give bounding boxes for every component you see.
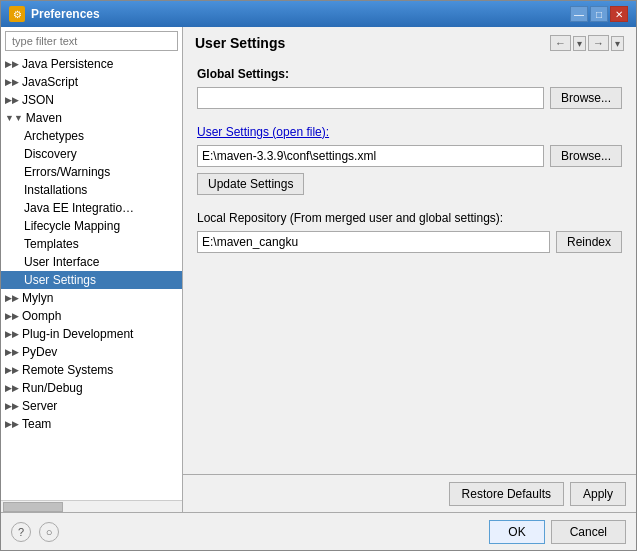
tree-item-label-team: Team [22,417,51,431]
global-settings-row: Browse... [197,87,622,109]
right-panel: User Settings ← ▾ → ▾ Global Settings: B… [183,27,636,512]
nav-forward-button[interactable]: → [588,35,609,51]
hscroll-thumb[interactable] [3,502,63,512]
local-repo-input[interactable] [197,231,550,253]
tree-item-label-discovery: Discovery [24,147,77,161]
tree-item-pydev[interactable]: ▶PyDev [1,343,182,361]
tree-item-label-maven: Maven [26,111,62,125]
preferences-window: ⚙ Preferences — □ ✕ ▶Java Persistence▶Ja… [0,0,637,551]
nav-back-button[interactable]: ← [550,35,571,51]
tree-item-label-remote-systems: Remote Systems [22,363,113,377]
local-repo-label: Local Repository (From merged user and g… [197,211,622,225]
server-arrow-icon: ▶ [5,401,19,411]
tree-item-mylyn[interactable]: ▶Mylyn [1,289,182,307]
global-settings-label: Global Settings: [197,67,622,81]
nav-arrows: ← ▾ → ▾ [550,35,624,51]
java-persistence-arrow-icon: ▶ [5,59,19,69]
run-debug-arrow-icon: ▶ [5,383,19,393]
tree-item-team[interactable]: ▶Team [1,415,182,433]
user-settings-input[interactable] [197,145,544,167]
left-panel: ▶Java Persistence▶JavaScript▶JSON▼Maven … [1,27,183,512]
user-browse-button[interactable]: Browse... [550,145,622,167]
mylyn-arrow-icon: ▶ [5,293,19,303]
tree-item-label-errors-warnings: Errors/Warnings [24,165,110,179]
tree-item-label-java-persistence: Java Persistence [22,57,113,71]
main-content: ▶Java Persistence▶JavaScript▶JSON▼Maven … [1,27,636,512]
cancel-button[interactable]: Cancel [551,520,626,544]
tree-item-label-java-ee-integration: Java EE Integratio… [24,201,134,215]
oomph-arrow-icon: ▶ [5,311,19,321]
global-settings-section: Global Settings: Browse... [197,67,622,109]
tree-item-templates[interactable]: Templates [1,235,182,253]
tree-item-user-interface[interactable]: User Interface [1,253,182,271]
tree-item-label-installations: Installations [24,183,87,197]
help-button[interactable]: ? [11,522,31,542]
tree-item-remote-systems[interactable]: ▶Remote Systems [1,361,182,379]
user-settings-label: User Settings (open file): [197,125,622,139]
settings-bottom-bar: Restore Defaults Apply [183,474,636,512]
pydev-arrow-icon: ▶ [5,347,19,357]
info-icon: ○ [46,526,53,538]
title-bar: ⚙ Preferences — □ ✕ [1,1,636,27]
local-repo-row: Reindex [197,231,622,253]
team-arrow-icon: ▶ [5,419,19,429]
tree-item-server[interactable]: ▶Server [1,397,182,415]
tree-container: ▶Java Persistence▶JavaScript▶JSON▼Maven … [1,55,182,500]
maximize-button[interactable]: □ [590,6,608,22]
window-icon: ⚙ [9,6,25,22]
tree-item-label-run-debug: Run/Debug [22,381,83,395]
javascript-arrow-icon: ▶ [5,77,19,87]
tree-item-oomph[interactable]: ▶Oomph [1,307,182,325]
window-title: Preferences [31,7,100,21]
tree-item-label-json: JSON [22,93,54,107]
local-repo-section: Local Repository (From merged user and g… [197,211,622,253]
tree-item-lifecycle-mapping[interactable]: Lifecycle Mapping [1,217,182,235]
horizontal-scrollbar[interactable] [1,500,182,512]
tree-item-javascript[interactable]: ▶JavaScript [1,73,182,91]
tree-item-discovery[interactable]: Discovery [1,145,182,163]
tree-item-archetypes[interactable]: Archetypes [1,127,182,145]
update-settings-button[interactable]: Update Settings [197,173,304,195]
tree-item-java-persistence[interactable]: ▶Java Persistence [1,55,182,73]
tree-item-errors-warnings[interactable]: Errors/Warnings [1,163,182,181]
remote-systems-arrow-icon: ▶ [5,365,19,375]
tree-item-run-debug[interactable]: ▶Run/Debug [1,379,182,397]
global-browse-button[interactable]: Browse... [550,87,622,109]
tree-item-label-archetypes: Archetypes [24,129,84,143]
tree-item-maven[interactable]: ▼Maven [1,109,182,127]
tree-item-label-templates: Templates [24,237,79,251]
close-button[interactable]: ✕ [610,6,628,22]
minimize-button[interactable]: — [570,6,588,22]
tree-item-plug-in-development[interactable]: ▶Plug-in Development [1,325,182,343]
tree-item-user-settings[interactable]: User Settings [1,271,182,289]
user-settings-section: User Settings (open file): Browse... Upd… [197,125,622,195]
footer-left: ? ○ [11,522,59,542]
ok-button[interactable]: OK [489,520,544,544]
right-header: User Settings ← ▾ → ▾ [183,27,636,57]
nav-forward-dropdown[interactable]: ▾ [611,36,624,51]
json-arrow-icon: ▶ [5,95,19,105]
footer-right: OK Cancel [489,520,626,544]
info-button[interactable]: ○ [39,522,59,542]
global-settings-input[interactable] [197,87,544,109]
reindex-button[interactable]: Reindex [556,231,622,253]
open-file-link[interactable]: open file [276,125,321,139]
panel-title: User Settings [195,35,285,51]
footer: ? ○ OK Cancel [1,512,636,550]
filter-input[interactable] [5,31,178,51]
tree-item-installations[interactable]: Installations [1,181,182,199]
tree-item-label-user-interface: User Interface [24,255,99,269]
tree-item-java-ee-integration[interactable]: Java EE Integratio… [1,199,182,217]
tree-item-label-oomph: Oomph [22,309,61,323]
nav-back-dropdown[interactable]: ▾ [573,36,586,51]
restore-defaults-button[interactable]: Restore Defaults [449,482,564,506]
right-content: Global Settings: Browse... User Settings… [183,57,636,474]
tree-item-label-server: Server [22,399,57,413]
tree-item-label-plug-in-development: Plug-in Development [22,327,133,341]
tree-item-label-pydev: PyDev [22,345,57,359]
tree-item-label-user-settings: User Settings [24,273,96,287]
plug-in-development-arrow-icon: ▶ [5,329,19,339]
tree-item-json[interactable]: ▶JSON [1,91,182,109]
user-settings-row: Browse... [197,145,622,167]
apply-button[interactable]: Apply [570,482,626,506]
